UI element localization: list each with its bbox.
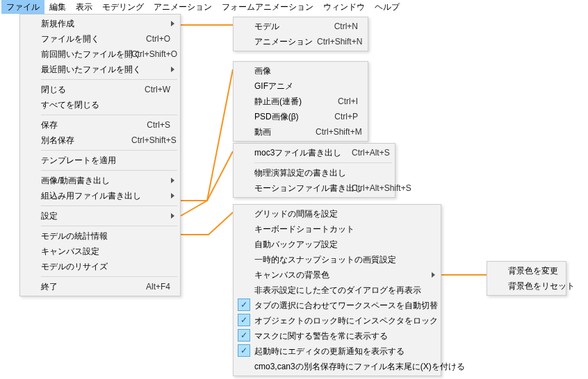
menubar-item-edit[interactable]: 編集 bbox=[44, 0, 71, 14]
menubar: ファイル 編集 表示 モデリング アニメーション フォームアニメーション ウィン… bbox=[0, 0, 588, 14]
settings-autobackup[interactable]: 自動バックアップ設定 bbox=[235, 237, 439, 252]
menu-settings: グリッドの間隔を設定 キーボードショートカット 自動バックアップ設定 一時的なス… bbox=[233, 204, 441, 376]
settings-reshow-dialogs[interactable]: 非表示設定にした全てのダイアログを再表示 bbox=[235, 283, 439, 298]
separator bbox=[41, 226, 177, 226]
separator bbox=[41, 79, 177, 80]
chevron-right-icon bbox=[171, 213, 174, 219]
new-animation[interactable]: アニメーションCtrl+Shift+N bbox=[235, 34, 366, 49]
export-physics[interactable]: 物理演算設定の書き出し bbox=[235, 165, 393, 180]
separator bbox=[41, 150, 177, 151]
file-stats[interactable]: モデルの統計情報 bbox=[22, 228, 179, 244]
export-image[interactable]: 画像 bbox=[235, 63, 366, 78]
new-model[interactable]: モデルCtrl+N bbox=[235, 19, 366, 34]
menu-export: 画像 GIFアニメ 静止画(連番)Ctrl+I PSD画像(β)Ctrl+P 動… bbox=[233, 61, 368, 142]
chevron-right-icon bbox=[171, 67, 174, 72]
menubar-item-form-animation[interactable]: フォームアニメーション bbox=[217, 0, 318, 14]
bgcolor-reset[interactable]: 背景色をリセット bbox=[489, 278, 564, 294]
menubar-item-modeling[interactable]: モデリング bbox=[97, 0, 149, 14]
settings-bgcolor[interactable]: キャンバスの背景色 bbox=[235, 267, 439, 283]
export-moc3[interactable]: moc3ファイル書き出しCtrl+Alt+S bbox=[235, 145, 393, 160]
export-motion[interactable]: モーションファイル書き出しCtrl+Alt+Shift+S bbox=[235, 180, 393, 196]
separator bbox=[41, 276, 177, 277]
file-export-embed[interactable]: 組込み用ファイル書き出し bbox=[22, 188, 179, 203]
separator bbox=[254, 162, 392, 163]
file-save-as[interactable]: 別名保存Ctrl+Shift+S bbox=[22, 133, 179, 148]
export-gif[interactable]: GIFアニメ bbox=[235, 78, 366, 94]
file-save[interactable]: 保存Ctrl+S bbox=[22, 117, 179, 133]
file-exit[interactable]: 終了Alt+F4 bbox=[22, 279, 179, 294]
file-open[interactable]: ファイルを開くCtrl+O bbox=[22, 31, 179, 47]
export-movie[interactable]: 動画Ctrl+Shift+M bbox=[235, 124, 366, 140]
file-new[interactable]: 新規作成 bbox=[22, 16, 179, 31]
settings-snapshot-quality[interactable]: 一時的なスナップショットの画質設定 bbox=[235, 252, 439, 267]
menubar-item-animation[interactable]: アニメーション bbox=[149, 0, 217, 14]
settings-workspace-autoswitch[interactable]: ✓タブの選択に合わせてワークスペースを自動切替 bbox=[235, 298, 439, 313]
file-settings[interactable]: 設定 bbox=[22, 208, 179, 224]
menubar-item-window[interactable]: ウィンドウ bbox=[318, 0, 370, 14]
bgcolor-change[interactable]: 背景色を変更 bbox=[489, 263, 564, 278]
menu-file: 新規作成 ファイルを開くCtrl+O 前回開いたファイルを開くCtrl+Shif… bbox=[19, 14, 181, 296]
chevron-right-icon bbox=[171, 21, 174, 26]
export-psd[interactable]: PSD画像(β)Ctrl+P bbox=[235, 109, 366, 124]
settings-shortcuts[interactable]: キーボードショートカット bbox=[235, 221, 439, 237]
check-icon: ✓ bbox=[238, 298, 250, 311]
settings-mask-warning[interactable]: ✓マスクに関する警告を常に表示する bbox=[235, 328, 439, 344]
separator bbox=[41, 170, 177, 171]
export-sequence[interactable]: 静止画(連番)Ctrl+I bbox=[235, 94, 366, 109]
menubar-item-file[interactable]: ファイル bbox=[1, 0, 44, 14]
settings-update-notify[interactable]: ✓起動時にエディタの更新通知を表示する bbox=[235, 344, 439, 359]
file-close-all[interactable]: すべてを閉じる bbox=[22, 97, 179, 112]
chevron-right-icon bbox=[171, 193, 174, 199]
menu-new: モデルCtrl+N アニメーションCtrl+Shift+N bbox=[233, 17, 368, 51]
chevron-right-icon bbox=[171, 178, 174, 183]
settings-x-suffix[interactable]: cmo3,can3の別名保存時にファイル名末尾に(X)を付ける bbox=[235, 359, 439, 374]
settings-lock-inspector[interactable]: ✓オブジェクトのロック時にインスペクタをロック bbox=[235, 313, 439, 328]
file-apply-template[interactable]: テンプレートを適用 bbox=[22, 153, 179, 168]
check-icon: ✓ bbox=[238, 329, 250, 342]
menubar-item-view[interactable]: 表示 bbox=[71, 0, 97, 14]
file-open-recent[interactable]: 最近開いたファイルを開く bbox=[22, 62, 179, 77]
menu-embed-export: moc3ファイル書き出しCtrl+Alt+S 物理演算設定の書き出し モーション… bbox=[233, 143, 395, 198]
file-close[interactable]: 閉じるCtrl+W bbox=[22, 82, 179, 97]
check-icon: ✓ bbox=[238, 344, 250, 357]
separator bbox=[41, 115, 177, 115]
file-open-last[interactable]: 前回開いたファイルを開くCtrl+Shift+O bbox=[22, 47, 179, 62]
menu-bgcolor: 背景色を変更 背景色をリセット bbox=[487, 261, 566, 296]
settings-grid-spacing[interactable]: グリッドの間隔を設定 bbox=[235, 206, 439, 221]
chevron-right-icon bbox=[432, 272, 435, 278]
file-resize-model[interactable]: モデルのリサイズ bbox=[22, 259, 179, 274]
check-icon: ✓ bbox=[238, 314, 250, 326]
separator bbox=[41, 205, 177, 206]
menubar-item-help[interactable]: ヘルプ bbox=[370, 0, 405, 14]
file-export-image-movie[interactable]: 画像/動画書き出し bbox=[22, 173, 179, 188]
file-canvas-settings[interactable]: キャンバス設定 bbox=[22, 244, 179, 259]
